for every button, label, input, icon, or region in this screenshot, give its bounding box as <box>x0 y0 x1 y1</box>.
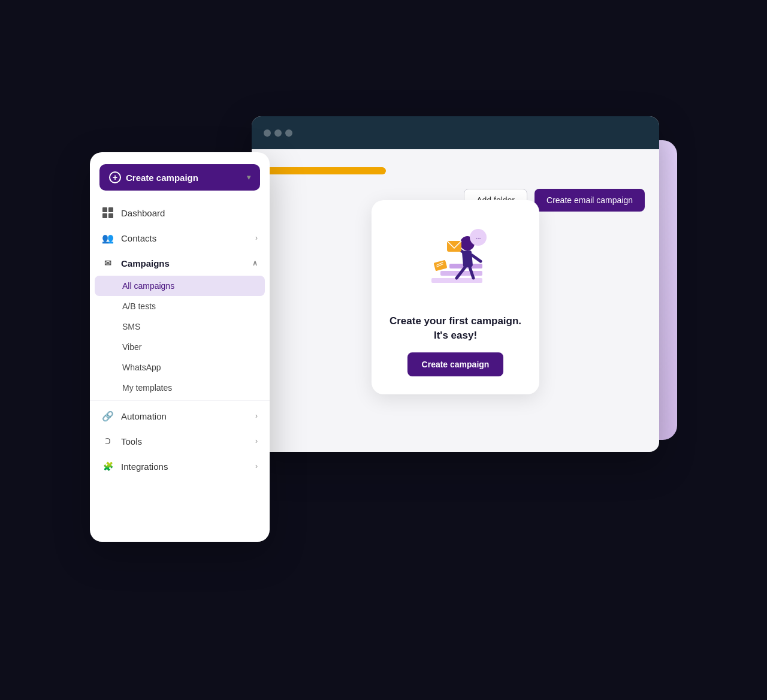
sidebar-sub-sms[interactable]: SMS <box>90 316 270 337</box>
svg-line-8 <box>470 267 473 278</box>
sidebar-item-automation[interactable]: 🔗 Automation › <box>90 403 270 429</box>
empty-state-card: ··· Create your first campaign.It's easy… <box>372 200 539 394</box>
viber-label: Viber <box>122 342 141 352</box>
sidebar-item-campaigns[interactable]: ✉ Campaigns ∧ <box>90 251 270 276</box>
sidebar-sub-viber[interactable]: Viber <box>90 337 270 357</box>
tools-chevron-icon: › <box>255 437 258 445</box>
automation-chevron-icon: › <box>255 412 258 420</box>
nav-divider <box>90 400 270 401</box>
sidebar-sub-whatsapp[interactable]: WhatsApp <box>90 357 270 378</box>
integrations-chevron-icon: › <box>255 462 258 470</box>
my-templates-label: My templates <box>122 383 172 393</box>
progress-bar <box>266 167 386 174</box>
header-dot-1 <box>264 129 271 137</box>
header-dot-3 <box>285 129 292 137</box>
header-dot-2 <box>274 129 282 137</box>
sidebar-item-tools[interactable]: Ↄ Tools › <box>90 429 270 454</box>
ab-tests-label: A/B tests <box>122 301 156 311</box>
sidebar-sub-all-campaigns[interactable]: All campaigns <box>95 276 265 296</box>
create-campaign-button[interactable]: + Create campaign ▾ <box>99 164 260 191</box>
integrations-icon: 🧩 <box>102 460 114 472</box>
create-campaign-label: Create campaign <box>126 173 198 183</box>
tools-label: Tools <box>121 436 248 446</box>
automation-label: Automation <box>121 411 248 421</box>
svg-text:···: ··· <box>475 234 481 242</box>
sidebar-item-integrations[interactable]: 🧩 Integrations › <box>90 454 270 479</box>
sidebar-item-contacts[interactable]: 👥 Contacts › <box>90 225 270 251</box>
sidebar-sub-my-templates[interactable]: My templates <box>90 378 270 398</box>
automation-icon: 🔗 <box>102 410 114 422</box>
svg-line-6 <box>472 255 481 261</box>
campaigns-chevron-icon: ∧ <box>252 259 258 267</box>
campaign-illustration: ··· <box>413 218 497 302</box>
panel-header <box>252 116 659 149</box>
contacts-label: Contacts <box>121 233 248 243</box>
sms-label: SMS <box>122 322 140 331</box>
email-icon: ✉ <box>102 257 114 269</box>
dashboard-label: Dashboard <box>121 208 258 218</box>
create-campaign-chevron-icon: ▾ <box>247 173 250 182</box>
create-campaign-cta-button[interactable]: Create campaign <box>407 352 504 376</box>
all-campaigns-label: All campaigns <box>122 281 174 291</box>
people-icon: 👥 <box>102 232 114 244</box>
create-btn-left: + Create campaign <box>109 171 198 183</box>
empty-state-title: Create your first campaign.It's easy! <box>386 314 525 343</box>
contacts-chevron-icon: › <box>255 234 258 242</box>
header-dots <box>264 129 292 137</box>
create-email-campaign-button[interactable]: Create email campaign <box>535 189 645 212</box>
plus-circle-icon: + <box>109 171 121 183</box>
integrations-label: Integrations <box>121 461 248 472</box>
sidebar-panel: + Create campaign ▾ Dashboard 👥 Contacts… <box>90 152 270 542</box>
progress-bar-container <box>266 167 645 174</box>
tools-icon: Ↄ <box>102 435 114 447</box>
whatsapp-label: WhatsApp <box>122 363 161 372</box>
main-content-panel: Add folder Create email campaign <box>252 116 659 452</box>
campaigns-label: Campaigns <box>121 258 245 268</box>
sidebar-item-dashboard[interactable]: Dashboard <box>90 200 270 225</box>
sidebar-sub-ab-tests[interactable]: A/B tests <box>90 296 270 316</box>
grid-icon <box>102 207 114 219</box>
